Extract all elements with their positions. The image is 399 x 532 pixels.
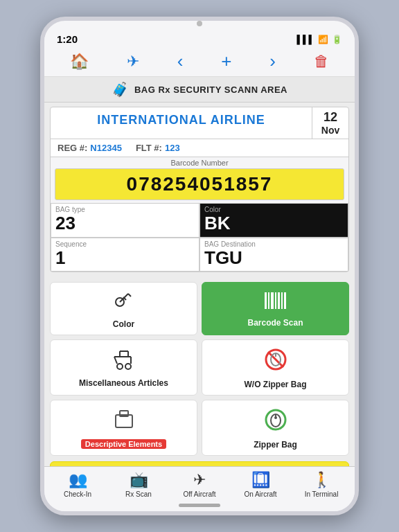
descriptive-label: Descriptive Elements [81, 439, 166, 449]
barcode-scan-button[interactable]: Barcode Scan [202, 282, 349, 335]
reg-label: REG #: [57, 143, 87, 153]
color-icon [113, 290, 135, 317]
airline-row: INTERNATIONAL AIRLINE 12 Nov [51, 107, 348, 139]
scan-header-icon: 🧳 [112, 81, 129, 98]
destination-value: TGU [204, 248, 344, 268]
in-terminal-label: In Terminal [305, 490, 339, 498]
destination-box: BAG Destination TGU [200, 238, 348, 272]
flt-value: 123 [165, 143, 180, 153]
descriptive-icon [113, 408, 135, 435]
wo-zipper-icon [263, 347, 288, 377]
svg-rect-8 [278, 292, 280, 309]
status-icons: ▌▌▌ 📶 🔋 [296, 35, 342, 44]
airline-name: INTERNATIONAL AIRLINE [51, 107, 312, 139]
plane-button[interactable]: ✈ [127, 53, 139, 71]
tab-rx-scan[interactable]: 📺 Rx Scan [119, 471, 158, 498]
barcode-number[interactable]: 078254051857 [55, 168, 344, 200]
svg-line-13 [114, 357, 117, 364]
bag-type-color-row: BAG type 23 Color BK [51, 203, 348, 238]
svg-rect-10 [284, 292, 286, 309]
svg-rect-6 [271, 292, 274, 309]
destination-label: BAG Destination [204, 240, 344, 248]
check-in-icon: 👥 [69, 471, 87, 489]
bag-type-label: BAG type [55, 206, 195, 213]
svg-rect-5 [268, 292, 269, 309]
barcode-scan-label: Barcode Scan [247, 318, 303, 328]
bag-type-value: 23 [55, 213, 195, 233]
date-day: 12 [323, 110, 337, 125]
date-box: 12 Nov [312, 107, 348, 139]
flt-label: FLT #: [136, 143, 162, 153]
svg-point-28 [274, 416, 277, 419]
device: 1:20 ▌▌▌ 📶 🔋 🏠 ✈ ‹ + › 🗑 🧳 BAG Rx SECURI… [40, 17, 359, 515]
sequence-label: Sequence [55, 240, 195, 248]
on-aircraft-icon: 🛄 [251, 471, 270, 489]
tab-check-in[interactable]: 👥 Check-In [58, 471, 97, 498]
on-aircraft-label: On Aircraft [244, 490, 276, 498]
reg-flt-row: REG #: N12345 FLT #: 123 [51, 139, 348, 157]
sequence-value: 1 [55, 248, 195, 268]
tab-on-aircraft[interactable]: 🛄 On Aircraft [241, 471, 280, 498]
rx-scan-label: Rx Scan [125, 490, 152, 498]
back-button[interactable]: ‹ [177, 51, 184, 72]
bag-color-value: BK [204, 213, 344, 233]
zipper-button[interactable]: Zipper Bag [202, 400, 349, 456]
main-card: INTERNATIONAL AIRLINE 12 Nov REG #: N123… [50, 107, 349, 272]
status-bar: 1:20 ▌▌▌ 📶 🔋 [44, 28, 355, 48]
svg-point-11 [117, 364, 123, 369]
barcode-label: Barcode Number [55, 159, 344, 167]
forward-button[interactable]: › [269, 51, 276, 72]
date-month: Nov [321, 125, 339, 136]
color-label: Color [113, 319, 134, 329]
misc-articles-icon [112, 348, 136, 375]
delete-button[interactable]: 🗑 [314, 53, 329, 71]
sequence-dest-row: Sequence 1 BAG Destination TGU [51, 238, 348, 272]
svg-line-2 [128, 294, 131, 296]
nav-bar: 🏠 ✈ ‹ + › 🗑 [44, 48, 355, 77]
app-content: 🧳 BAG Rx SECURITY SCANN AREA INTERNATION… [44, 77, 355, 466]
svg-point-12 [125, 364, 131, 369]
wo-zipper-label: W/O Zipper Bag [245, 380, 307, 389]
buttons-grid: Color Barcode Scan [44, 276, 355, 461]
scan-header-text: BAG Rx SECURITY SCANN AREA [134, 85, 287, 95]
zipper-label: Zipper Bag [254, 440, 297, 450]
status-time: 1:20 [57, 33, 78, 45]
descriptive-button[interactable]: Descriptive Elements [50, 400, 197, 456]
scan-header: 🧳 BAG Rx SECURITY SCANN AREA [44, 77, 355, 103]
bag-type-box: BAG type 23 [51, 203, 200, 238]
barcode-scan-icon [263, 291, 288, 315]
home-bar [179, 504, 220, 507]
signal-icon: ▌▌▌ [296, 35, 314, 44]
wifi-icon: 📶 [318, 35, 328, 44]
home-button[interactable]: 🏠 [70, 53, 89, 71]
bag-color-box: Color BK [200, 203, 348, 238]
zipper-icon [263, 407, 288, 437]
off-aircraft-label: Off Aircraft [183, 490, 215, 498]
barcode-section: Barcode Number 078254051857 [51, 157, 348, 203]
sequence-box: Sequence 1 [51, 238, 200, 272]
bottom-tabs: 👥 Check-In 📺 Rx Scan ✈ Off Aircraft 🛄 On… [44, 466, 355, 501]
off-aircraft-icon: ✈ [193, 471, 206, 489]
battery-icon: 🔋 [332, 35, 342, 44]
misc-articles-button[interactable]: Miscellaneous Articles [50, 339, 197, 396]
svg-rect-7 [275, 292, 276, 309]
check-in-label: Check-In [64, 490, 91, 498]
rx-scan-icon: 📺 [130, 471, 148, 489]
tab-in-terminal[interactable]: 🚶 In Terminal [302, 471, 341, 498]
svg-rect-4 [265, 292, 267, 309]
svg-rect-9 [281, 292, 283, 309]
home-indicator [44, 501, 355, 511]
wo-zipper-button[interactable]: W/O Zipper Bag [202, 339, 349, 396]
reg-value: N12345 [90, 143, 122, 153]
misc-articles-label: Miscellaneous Articles [79, 378, 168, 388]
tab-off-aircraft[interactable]: ✈ Off Aircraft [180, 471, 219, 498]
in-terminal-icon: 🚶 [312, 471, 331, 489]
baggage-cart-button[interactable]: 🛄 Baggage Cart [50, 461, 349, 466]
color-button[interactable]: Color [50, 282, 197, 335]
add-button[interactable]: + [221, 51, 231, 72]
